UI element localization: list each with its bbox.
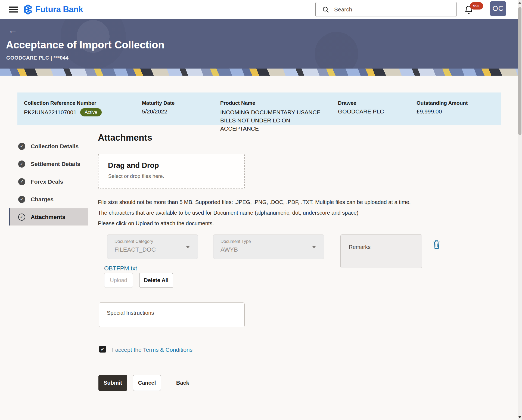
hamburger-menu-icon[interactable] <box>9 7 18 13</box>
guideline-line: Please click on Upload to attach the doc… <box>98 218 446 229</box>
step-label: Attachments <box>31 214 65 220</box>
document-type-value: AWYB <box>220 246 238 253</box>
futura-bank-logo-icon <box>23 4 33 15</box>
summary-field-reference: Collection Reference Number PK2IUNA22110… <box>24 100 102 116</box>
section-heading: Attachments <box>98 132 152 143</box>
search-box[interactable] <box>315 2 457 17</box>
step-collection-details[interactable]: ✓ Collection Details <box>9 138 88 155</box>
summary-field-maturity-date: Maturity Date 5/20/2022 <box>142 100 175 115</box>
collection-summary-bar: Collection Reference Number PK2IUNA22110… <box>17 92 501 125</box>
special-instructions-input[interactable] <box>99 302 245 327</box>
step-label: Settlement Details <box>31 161 80 167</box>
top-bar: Futura Bank 99+ OC <box>0 0 522 19</box>
step-forex-deals[interactable]: ✓ Forex Deals <box>9 173 88 190</box>
field-label: Maturity Date <box>142 100 175 106</box>
delete-row-trash-icon[interactable] <box>433 240 440 249</box>
decorative-banner-strip <box>0 69 518 76</box>
file-dropzone[interactable]: Drag and Drop Select or drop files here. <box>98 154 245 189</box>
document-category-value: FILEACT_DOC <box>114 246 156 253</box>
step-complete-icon: ✓ <box>18 178 25 185</box>
chevron-down-icon <box>312 246 316 248</box>
cancel-button[interactable]: Cancel <box>133 375 161 391</box>
dropzone-subtitle: Select or drop files here. <box>108 173 164 179</box>
page-subtitle: GOODCARE PLC | ***044 <box>6 55 69 61</box>
step-attachments[interactable]: ✓ Attachments <box>9 208 88 226</box>
field-value: PK2IUNA221107001 <box>24 109 76 116</box>
page-header: ← Acceptance of Import Collection GOODCA… <box>0 19 518 69</box>
step-label: Forex Deals <box>31 178 63 185</box>
chevron-down-icon <box>186 246 190 248</box>
field-label: Drawee <box>338 100 384 106</box>
step-complete-icon: ✓ <box>18 160 25 168</box>
summary-field-outstanding-amount: Outstanding Amount £9,999.00 <box>417 100 468 115</box>
user-avatar[interactable]: OC <box>490 1 506 16</box>
upload-button[interactable]: Upload <box>104 273 133 288</box>
document-category-label: Document Category <box>114 239 153 244</box>
field-value: GOODCARE PLC <box>338 108 384 115</box>
field-value: INCOMING DOCUMENTARY USANCE BILLS NOT UN… <box>220 108 321 133</box>
summary-field-drawee: Drawee GOODCARE PLC <box>338 100 384 115</box>
vertical-scrollbar[interactable] <box>518 0 522 420</box>
back-arrow-icon[interactable]: ← <box>8 26 17 35</box>
status-badge: Active <box>80 108 101 116</box>
delete-all-button[interactable]: Delete All <box>139 273 173 288</box>
dropzone-title: Drag and Drop <box>108 161 159 170</box>
field-value: £9,999.00 <box>417 108 468 115</box>
app-screen: Futura Bank 99+ OC ← Acceptance of Impor… <box>0 0 522 420</box>
upload-guidelines: File size should not be more than 5 MB. … <box>98 197 446 229</box>
step-complete-icon: ✓ <box>18 196 25 203</box>
guideline-line: File size should not be more than 5 MB. … <box>98 197 446 208</box>
scroll-down-arrow-icon[interactable] <box>518 416 521 418</box>
brand-name: Futura Bank <box>35 5 83 14</box>
field-label: Product Name <box>220 100 321 106</box>
page-title: Acceptance of Import Collection <box>6 39 164 51</box>
scrollbar-thumb[interactable] <box>518 7 521 135</box>
guideline-line: The characters that are available to be … <box>98 208 446 218</box>
attached-file-link[interactable]: OBTFPM.txt <box>104 265 137 272</box>
summary-field-product-name: Product Name INCOMING DOCUMENTARY USANCE… <box>220 100 321 133</box>
submit-button[interactable]: Submit <box>98 375 127 391</box>
search-icon <box>322 6 329 13</box>
document-type-label: Document Type <box>220 239 251 244</box>
step-charges[interactable]: ✓ Charges <box>9 191 88 208</box>
step-active-icon: ✓ <box>18 214 25 221</box>
terms-and-conditions-link[interactable]: I accept the Terms & Conditions <box>112 347 192 353</box>
step-settlement-details[interactable]: ✓ Settlement Details <box>9 155 88 172</box>
remarks-input[interactable] <box>340 234 422 268</box>
field-value: 5/20/2022 <box>142 108 175 115</box>
step-label: Collection Details <box>31 143 79 150</box>
step-label: Charges <box>31 196 54 203</box>
document-category-select[interactable]: Document Category FILEACT_DOC <box>107 234 198 259</box>
back-button[interactable]: Back <box>169 375 196 391</box>
step-complete-icon: ✓ <box>18 143 25 150</box>
field-label: Outstanding Amount <box>417 100 468 106</box>
notification-count-badge: 99+ <box>470 2 483 10</box>
scroll-up-arrow-icon[interactable] <box>518 2 521 4</box>
terms-checkbox[interactable]: ✓ <box>99 346 106 353</box>
search-input[interactable] <box>334 6 448 13</box>
field-label: Collection Reference Number <box>24 100 102 106</box>
document-type-select[interactable]: Document Type AWYB <box>213 234 324 259</box>
